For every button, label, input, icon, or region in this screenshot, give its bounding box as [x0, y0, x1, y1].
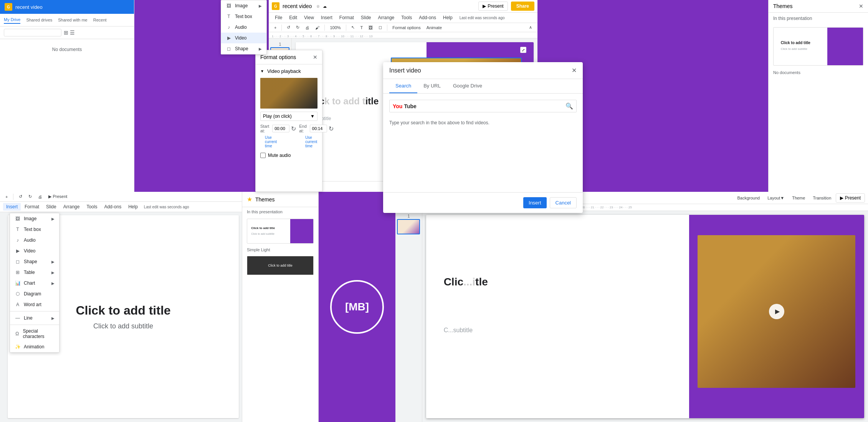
youtube-search-btn[interactable]: 🔍 — [565, 102, 573, 110]
cancel-btn[interactable]: Cancel — [550, 197, 577, 208]
cursor-btn[interactable]: ↖ — [349, 24, 357, 31]
image-toolbar-btn[interactable]: 🖼 — [366, 25, 375, 31]
textbox-toolbar-btn[interactable]: T — [358, 25, 365, 31]
menu-addons[interactable]: Add-ons — [416, 14, 439, 21]
menu-edit[interactable]: Edit — [286, 14, 300, 21]
insert-menu-audio[interactable]: ♪ Audio — [221, 22, 266, 33]
bl-insert-diagram[interactable]: ⬡ Diagram — [10, 288, 59, 299]
presentation-title[interactable]: recent video — [283, 3, 312, 9]
bl-insert-textbox[interactable]: T Text box — [10, 224, 59, 235]
dialog-tab-gdrive[interactable]: Google Drive — [447, 79, 488, 93]
collapse-btn[interactable]: ∧ — [527, 24, 534, 31]
insert-menu-image[interactable]: 🖼 Image ▶ — [221, 0, 266, 11]
end-time-refresh-icon[interactable]: ↻ — [329, 125, 334, 132]
bl-insert-table[interactable]: ⊞ Table ▶ — [10, 267, 59, 278]
drive-search-input[interactable] — [4, 29, 61, 36]
bl-slide-subtitle[interactable]: Click to add subtitle — [93, 322, 153, 330]
bl-menu-tools[interactable]: Tools — [83, 203, 100, 211]
add-btn[interactable]: + — [272, 25, 279, 31]
print-btn[interactable]: 🖨 — [303, 25, 312, 31]
bl-insert-chart[interactable]: 📊 Chart ▶ — [10, 278, 59, 288]
drive-tab-shared-with-me[interactable]: Shared with me — [58, 16, 87, 23]
yt-logo-red: You — [393, 103, 402, 109]
share-button[interactable]: Share — [511, 2, 534, 11]
insert-menu-video[interactable]: ▶ Video — [221, 33, 266, 43]
use-current-start-btn[interactable]: Use current time — [260, 135, 281, 148]
fp-slide-canvas[interactable]: Clic...itle C...subtitle — [426, 215, 864, 418]
present-button[interactable]: ▶ Present — [478, 2, 508, 11]
menu-arrange[interactable]: Arrange — [375, 14, 398, 21]
bl-add-btn[interactable]: + — [3, 194, 10, 200]
list-view-icon[interactable]: ☰ — [70, 30, 75, 36]
mute-checkbox[interactable] — [260, 153, 266, 158]
paintformat-btn[interactable]: 🖌 — [313, 25, 322, 31]
bl-menu-slide[interactable]: Slide — [43, 203, 60, 211]
format-panel-close-btn[interactable]: ✕ — [313, 54, 317, 60]
youtube-search-input[interactable] — [420, 103, 562, 109]
redo-btn[interactable]: ↻ — [294, 24, 302, 31]
undo-btn[interactable]: ↺ — [284, 24, 293, 31]
bl-insert-video[interactable]: ▶ Video — [10, 246, 59, 256]
menu-file[interactable]: File — [272, 14, 285, 21]
bl-present-btn[interactable]: ▶ Present — [46, 193, 69, 200]
bl-menu-help[interactable]: Help — [125, 203, 141, 211]
menu-help[interactable]: Help — [440, 14, 456, 21]
bl-menu-format[interactable]: Format — [21, 203, 42, 211]
themes-close-btn[interactable]: ✕ — [859, 3, 863, 9]
insert-btn[interactable]: Insert — [523, 197, 547, 208]
fp-play-button[interactable] — [769, 304, 784, 319]
bl-undo-btn[interactable]: ↺ — [17, 193, 25, 200]
bl-insert-animation[interactable]: ✨ Animation — [10, 341, 59, 352]
fp-slide-subtitle[interactable]: C...subtitle — [444, 327, 685, 334]
fp-menu-transition[interactable]: Transition — [810, 195, 834, 201]
bl-redo-btn[interactable]: ↻ — [26, 193, 34, 200]
open-in-new-icon[interactable]: ⤢ — [520, 47, 526, 53]
video-playback-section[interactable]: ▼ Video playback — [256, 64, 322, 78]
bl-menu-insert[interactable]: Insert — [3, 203, 21, 211]
end-time-field[interactable] — [310, 125, 327, 132]
fp-slide-thumbnail-1[interactable] — [397, 219, 420, 234]
start-time-refresh-icon[interactable]: ↻ — [291, 125, 296, 132]
dialog-close-btn[interactable]: ✕ — [572, 67, 577, 74]
bm-dark-theme-card[interactable]: Click to add title — [247, 256, 314, 275]
shape-toolbar-btn[interactable]: ◻ — [376, 24, 384, 31]
use-current-end-btn[interactable]: Use current time — [301, 135, 322, 148]
drive-tab-recent[interactable]: Recent — [93, 16, 107, 23]
bl-insert-audio[interactable]: ♪ Audio — [10, 235, 59, 246]
star-icon[interactable]: ☆ — [316, 4, 320, 8]
dialog-tab-url[interactable]: By URL — [417, 79, 447, 93]
bl-insert-image[interactable]: 🖼 Image ▶ — [10, 213, 59, 224]
menu-slide[interactable]: Slide — [358, 14, 374, 21]
bl-slide-title[interactable]: Click to add title — [76, 303, 170, 318]
format-options-btn[interactable]: Format options — [390, 25, 423, 31]
start-time-field[interactable] — [272, 125, 289, 132]
bl-menu-arrange[interactable]: Arrange — [60, 203, 83, 211]
bl-insert-special-chars[interactable]: Ω Special characters — [10, 326, 59, 341]
drive-tab-shared-drives[interactable]: Shared drives — [26, 16, 52, 23]
grid-view-icon[interactable]: ⊞ — [64, 30, 68, 36]
fp-menu-layout[interactable]: Layout▼ — [764, 195, 787, 201]
fp-video-element[interactable] — [698, 235, 855, 388]
drive-tab-mydrive[interactable]: My Drive — [4, 16, 20, 24]
bl-insert-shape[interactable]: ◻ Shape ▶ — [10, 256, 59, 267]
fp-slide-title[interactable]: Clic...itle — [444, 276, 685, 288]
fp-present-btn[interactable]: ▶ Present — [836, 193, 865, 203]
theme-preview-card[interactable]: Click to add title Click to add subtitle — [773, 27, 863, 66]
menu-view[interactable]: View — [301, 14, 317, 21]
fp-menu-background[interactable]: Background — [734, 195, 763, 201]
bl-print-btn[interactable]: 🖨 — [36, 194, 45, 200]
insert-menu-shape[interactable]: ◻ Shape ▶ — [221, 43, 266, 54]
bl-insert-wordart[interactable]: A Word art — [10, 299, 59, 310]
play-mode-select[interactable]: Play (on click) ▼ — [260, 112, 317, 121]
animate-btn[interactable]: Animate — [424, 25, 444, 31]
fp-menu-theme[interactable]: Theme — [789, 195, 808, 201]
zoom-btn[interactable]: 100% — [327, 25, 343, 31]
bl-menu-addons[interactable]: Add-ons — [101, 203, 124, 211]
menu-format[interactable]: Format — [336, 14, 357, 21]
dialog-tab-search[interactable]: Search — [389, 79, 417, 93]
bl-insert-line[interactable]: — Line ▶ — [10, 313, 59, 323]
insert-menu-textbox[interactable]: T Text box — [221, 11, 266, 22]
menu-insert[interactable]: Insert — [318, 14, 336, 21]
menu-tools[interactable]: Tools — [398, 14, 415, 21]
bm-theme-card-1[interactable]: Click to add title Click to add subtitle — [247, 219, 314, 244]
